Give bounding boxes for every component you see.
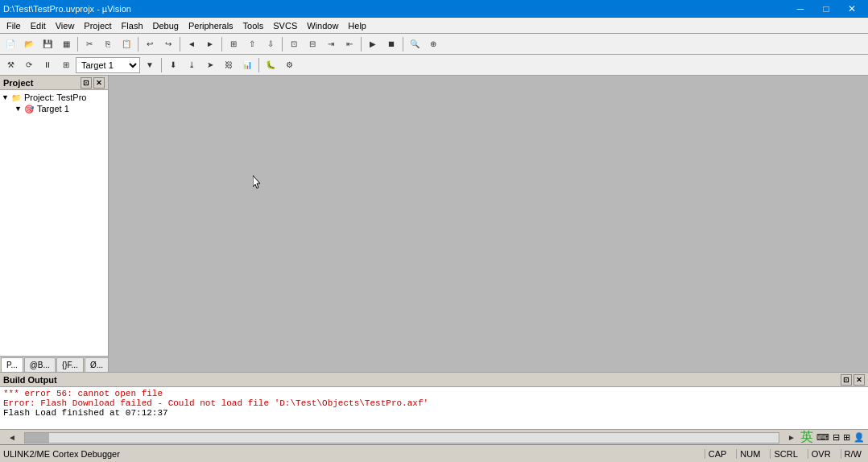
separator6: [361, 37, 362, 52]
panel-header-buttons: ⊡ ✕: [81, 77, 105, 89]
menu-svcs[interactable]: SVCS: [268, 19, 302, 32]
build-close-button[interactable]: ✕: [854, 374, 865, 386]
menu-project[interactable]: Project: [79, 19, 116, 32]
proj-tab-3[interactable]: Ø...: [85, 357, 109, 372]
nav-back-button[interactable]: ◄: [183, 35, 200, 53]
undo-button[interactable]: ↩: [141, 35, 159, 53]
project-panel-header: Project ⊡ ✕: [0, 76, 108, 90]
proj-tab-2[interactable]: {}F...: [56, 357, 84, 372]
project-tree: ▼ 📁 Project: TestPro ▼ 🎯 Target 1: [0, 90, 108, 356]
menu-file[interactable]: File: [2, 19, 26, 32]
toolbar2: ⚒ ⟳ ⏸ ⊞ Target 1 ▼ ⬇ ⤓ ➤ ⛓ 📊 🐛 ⚙: [0, 55, 868, 76]
build-output: Build Output ⊡ ✕ *** error 56: cannot op…: [0, 372, 868, 444]
num-indicator: NUM: [736, 449, 763, 459]
expand-icon: ▼: [2, 93, 11, 101]
build-bottom-icons: 英 ⌨ ⊟ ⊞ 👤: [800, 429, 865, 446]
link-button[interactable]: ⛓: [220, 56, 238, 74]
open-file-button[interactable]: 📂: [20, 35, 38, 53]
separator2: [138, 37, 138, 52]
debug-start-button[interactable]: 🐛: [262, 56, 279, 74]
maximize-button[interactable]: □: [813, 0, 839, 18]
paste-button[interactable]: 📋: [118, 35, 135, 53]
outdent-button[interactable]: ⇤: [341, 35, 358, 53]
scrollbar-thumb[interactable]: [25, 433, 49, 443]
panel-pin-button[interactable]: ⊡: [81, 77, 92, 89]
scrl-indicator: SCRL: [770, 449, 800, 459]
tree-root[interactable]: ▼ 📁 Project: TestPro: [2, 92, 106, 103]
ime-icon: 英: [800, 429, 813, 446]
input-icon: ⌨: [816, 432, 829, 443]
find-button[interactable]: ⊡: [285, 35, 303, 53]
scroll-right-button[interactable]: ►: [783, 429, 800, 447]
ovr-indicator: OVR: [808, 449, 834, 459]
separator8: [161, 58, 162, 72]
stop-button[interactable]: ⏹: [382, 35, 400, 53]
bookmark-button[interactable]: ⊞: [225, 35, 242, 53]
minimize-button[interactable]: ─: [787, 0, 813, 18]
target-selector[interactable]: Target 1: [76, 57, 140, 73]
save-all-button[interactable]: ▦: [57, 35, 75, 53]
menu-debug[interactable]: Debug: [148, 19, 184, 32]
scroll-left-button[interactable]: ◄: [3, 429, 21, 447]
menu-flash[interactable]: Flash: [117, 19, 148, 32]
build-output-header: Build Output ⊡ ✕: [0, 373, 868, 387]
save-button[interactable]: 💾: [39, 35, 56, 53]
target-options-button[interactable]: ▼: [141, 56, 159, 74]
rebuild-button[interactable]: ⟳: [20, 56, 38, 74]
statusbar-right: CAP NUM SCRL OVR R/W: [705, 449, 865, 459]
zoom-button[interactable]: ⊕: [424, 35, 442, 53]
menu-tools[interactable]: Tools: [238, 19, 269, 32]
run-button[interactable]: ▶: [364, 35, 382, 53]
monitor-button[interactable]: 📊: [238, 56, 256, 74]
project-icon: 📁: [11, 93, 24, 102]
rw-indicator: R/W: [841, 449, 865, 459]
nav-forward-button[interactable]: ►: [201, 35, 219, 53]
close-button[interactable]: ✕: [839, 0, 865, 18]
tray-icon1: ⊞: [843, 432, 850, 443]
cap-indicator: CAP: [705, 449, 730, 459]
proj-tab-0[interactable]: P...: [1, 357, 23, 372]
titlebar-controls: ─ □ ✕: [787, 0, 865, 18]
build-scrollbar[interactable]: [24, 432, 779, 443]
download-button[interactable]: ⬇: [164, 56, 182, 74]
editor-area[interactable]: [109, 76, 868, 372]
tree-target[interactable]: ▼ 🎯 Target 1: [2, 103, 106, 114]
target-icon: 🎯: [24, 105, 37, 113]
statusbar: ULINK2/ME Cortex Debugger CAP NUM SCRL O…: [0, 444, 868, 462]
separator5: [282, 37, 283, 52]
redo-button[interactable]: ↪: [159, 35, 177, 53]
build-bottom-bar: ◄ ► 英 ⌨ ⊟ ⊞ 👤: [0, 429, 868, 445]
debug-step-button[interactable]: ⚙: [280, 56, 298, 74]
copy-button[interactable]: ⎘: [99, 35, 117, 53]
separator1: [77, 37, 78, 52]
keyboard-icon: ⊟: [833, 432, 840, 443]
target-arrow-button[interactable]: ➤: [201, 56, 219, 74]
find-in-files-button[interactable]: ⊟: [304, 35, 321, 53]
menu-edit[interactable]: Edit: [26, 19, 51, 32]
menu-peripherals[interactable]: Peripherals: [184, 19, 238, 32]
settings-button[interactable]: 🔍: [406, 35, 424, 53]
new-file-button[interactable]: 📄: [2, 35, 19, 53]
build-pin-button[interactable]: ⊡: [841, 374, 852, 386]
project-tabs: P... @B... {}F... Ø... T...: [0, 356, 108, 372]
build-line-1: Error: Flash Download failed - Could not…: [3, 398, 865, 408]
menubar: File Edit View Project Flash Debug Perip…: [0, 18, 868, 34]
proj-tab-1[interactable]: @B...: [24, 357, 56, 372]
panel-close-button[interactable]: ✕: [93, 77, 105, 89]
build-header-right: ⊡ ✕: [841, 374, 865, 386]
download2-button[interactable]: ⤓: [183, 56, 200, 74]
menu-window[interactable]: Window: [302, 19, 343, 32]
batch-build-button[interactable]: ⊞: [57, 56, 75, 74]
debugger-status: ULINK2/ME Cortex Debugger: [3, 449, 120, 459]
cut-button[interactable]: ✂: [81, 35, 98, 53]
indent-button[interactable]: ⇥: [322, 35, 340, 53]
stop-build-button[interactable]: ⏸: [39, 56, 56, 74]
menu-help[interactable]: Help: [343, 19, 371, 32]
next-bookmark-button[interactable]: ⇩: [262, 35, 279, 53]
titlebar: D:\Test\TestPro.uvprojx - µVision ─ □ ✕: [0, 0, 868, 18]
menu-view[interactable]: View: [51, 19, 80, 32]
build-button[interactable]: ⚒: [2, 56, 19, 74]
separator7: [403, 37, 403, 52]
titlebar-title: D:\Test\TestPro.uvprojx - µVision: [3, 4, 131, 14]
prev-bookmark-button[interactable]: ⇧: [243, 35, 261, 53]
